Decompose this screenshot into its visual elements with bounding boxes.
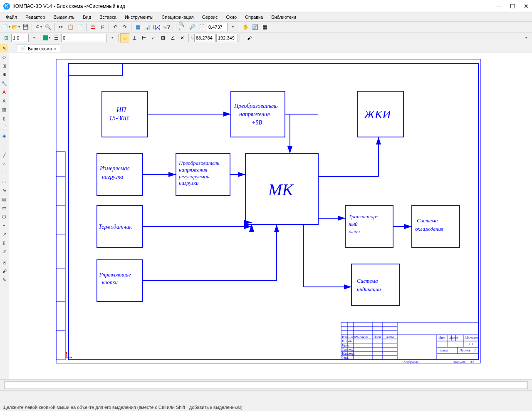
library-button[interactable]: ▦ <box>133 22 142 32</box>
layer-input[interactable] <box>61 34 107 42</box>
menu-service[interactable]: Сервис <box>199 14 221 20</box>
snap-nearest-button[interactable]: ◇ <box>120 33 129 42</box>
snap-center-button[interactable]: ⌐ <box>149 33 158 42</box>
menu-editor[interactable]: Редактор <box>22 14 48 20</box>
menu-tools[interactable]: Инструменты <box>121 14 157 20</box>
snap-end-button[interactable]: ⊥ <box>130 33 139 42</box>
pan-button[interactable]: ✋ <box>241 22 250 32</box>
palette-circle[interactable]: ○ <box>0 160 8 168</box>
menu-insert[interactable]: Вставка <box>96 14 120 20</box>
tab-close-button[interactable]: × <box>54 46 56 51</box>
palette-grid[interactable]: ⊞ <box>0 62 8 70</box>
layer-dropdown[interactable]: ▾ <box>107 33 116 42</box>
svg-text:МК: МК <box>268 180 294 199</box>
show-all-button[interactable]: ▦ <box>260 22 269 32</box>
snap-mid-button[interactable]: ⊢ <box>139 33 148 42</box>
help-cursor-button[interactable]: ⇖? <box>162 22 171 32</box>
drawing-svg[interactable]: .frame { fill:none; stroke:#0000ff; stro… <box>12 56 512 379</box>
svg-text:Преобразователь: Преобразователь <box>234 103 278 109</box>
palette-wrench[interactable]: 🔧 <box>0 79 8 87</box>
zoom-fit-button[interactable]: ⛶ <box>197 22 206 32</box>
save-button[interactable]: 💾 <box>21 22 30 32</box>
zoom-dropdown[interactable]: ▾ <box>228 22 237 32</box>
document-tab[interactable]: 📄 Блок схема × <box>17 45 60 52</box>
palette-page[interactable]: ▯ <box>0 114 8 122</box>
layer-manage-button[interactable]: ☰ <box>52 33 61 42</box>
snap-button[interactable]: ⊞ <box>2 33 11 42</box>
brush-button[interactable]: 🖌 <box>245 33 254 42</box>
lineweight-dropdown[interactable]: ▾ <box>29 33 38 42</box>
fx-button[interactable]: f(x) <box>152 22 161 32</box>
undo-button[interactable]: ↶ <box>111 22 120 32</box>
svg-text:регулируемой: регулируемой <box>178 173 210 179</box>
palette-cursor[interactable]: ↖ <box>0 44 8 52</box>
toolbar-overflow[interactable]: ▾ <box>521 33 530 42</box>
maximize-button[interactable]: ☐ <box>510 3 515 10</box>
coord-x-input[interactable] <box>194 34 216 42</box>
cut-button[interactable]: ✂ <box>56 22 65 32</box>
ortho-button[interactable]: ∠ <box>168 33 177 42</box>
svg-text:Пров.: Пров. <box>341 344 350 347</box>
command-input[interactable] <box>4 381 528 389</box>
palette-chamfer[interactable]: ⌐ <box>0 221 8 229</box>
copy-props-button[interactable]: ⎘ <box>98 22 107 32</box>
refresh-button[interactable]: 🔄 <box>250 22 260 32</box>
svg-text:ИП: ИП <box>116 106 127 113</box>
svg-text:Копировал: Копировал <box>403 360 418 364</box>
new-button[interactable]: 📄▾ <box>2 22 11 32</box>
palette-ellipse[interactable]: ⬭ <box>0 177 8 186</box>
menu-file[interactable]: Файл <box>2 14 20 20</box>
zoom-input[interactable] <box>207 23 228 31</box>
coord-y-input[interactable] <box>216 34 238 42</box>
svg-rect-41 <box>351 264 399 306</box>
palette-spline[interactable]: ∿ <box>0 186 8 194</box>
color-button[interactable]: ▾ <box>42 33 51 42</box>
palette-a2[interactable]: A <box>0 97 8 105</box>
redo-button[interactable]: ↷ <box>120 22 129 32</box>
svg-text:15-30В: 15-30В <box>109 115 129 122</box>
palette-geometry[interactable]: ◇ <box>0 53 8 61</box>
palette-extend[interactable]: ↗ <box>0 230 8 238</box>
minimize-button[interactable]: — <box>496 3 502 10</box>
zoom-in-button[interactable]: 🔎 <box>188 22 197 32</box>
menu-spec[interactable]: Спецификация <box>158 14 197 20</box>
palette-copy[interactable]: ⎘ <box>0 258 8 267</box>
lineweight-input[interactable] <box>11 34 29 42</box>
palette-point[interactable]: · <box>0 142 8 151</box>
svg-text:Масса: Масса <box>449 336 458 340</box>
palette-table[interactable]: ▦ <box>0 105 8 114</box>
svg-text:Формат: Формат <box>453 360 465 364</box>
svg-text:Термодатчик: Термодатчик <box>99 224 132 230</box>
snap-grid-button[interactable]: ⊞ <box>158 33 168 42</box>
palette-arc[interactable]: ⌒ <box>0 169 8 177</box>
print-button[interactable]: 🖨▾ <box>34 22 43 32</box>
menu-view[interactable]: Вид <box>79 14 94 20</box>
print-preview-button[interactable]: 🔍 <box>43 22 52 32</box>
palette-polygon[interactable]: ⬡ <box>0 212 8 221</box>
open-button[interactable]: 📂▾ <box>11 22 20 32</box>
menu-window[interactable]: Окно <box>223 14 240 20</box>
toolbar-main: 📄▾ 📂▾ 💾 🖨▾ 🔍 ✂ 📋 📄 ☰ ⎘ ↶ ↷ ▦ 📊 f(x) ⇖? 🔍… <box>0 22 532 32</box>
copy-button[interactable]: 📋 <box>66 22 75 32</box>
zoom-area-button[interactable]: 🔍⁺ <box>178 22 187 32</box>
paste-button[interactable]: 📄 <box>75 22 84 32</box>
snap-intersect-button[interactable]: ✕ <box>178 33 187 42</box>
menu-libraries[interactable]: Библиотеки <box>268 14 299 20</box>
variables-button[interactable]: 📊 <box>143 22 152 32</box>
palette-line[interactable]: ╱ <box>0 151 8 159</box>
menu-help[interactable]: Справка <box>242 14 266 20</box>
palette-hatch[interactable]: ▨ <box>0 195 8 203</box>
palette-pencil[interactable]: ✎ <box>0 276 8 284</box>
drawing-canvas[interactable]: .frame { fill:none; stroke:#0000ff; stro… <box>9 52 532 379</box>
palette-text[interactable]: A <box>0 88 8 96</box>
properties-button[interactable]: ☰ <box>88 22 97 32</box>
palette-rect2[interactable]: ▯ <box>0 239 8 247</box>
palette-sun[interactable]: ✱ <box>0 70 8 79</box>
palette-paint[interactable]: 🖌 <box>0 267 8 275</box>
palette-rect[interactable]: ▭ <box>0 204 8 212</box>
palette-doc[interactable]: 📄 <box>0 123 8 131</box>
palette-offset[interactable]: ⫽ <box>0 247 8 256</box>
palette-layers[interactable]: ◈ <box>0 132 8 140</box>
close-button[interactable]: ✕ <box>524 3 529 10</box>
menu-select[interactable]: Выделить <box>50 14 78 20</box>
